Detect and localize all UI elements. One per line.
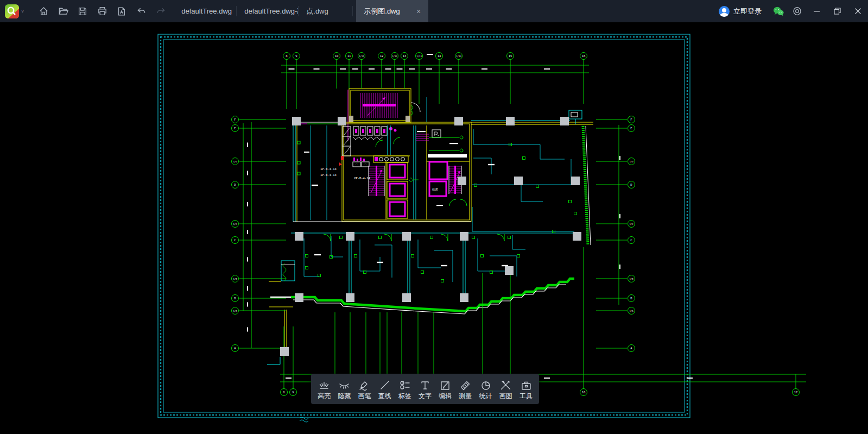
annotation-toolbar: 高亮隐藏画笔直线标签文字编辑测量统计画图工具 bbox=[311, 374, 539, 404]
login-button[interactable]: 立即登录 bbox=[719, 6, 762, 17]
svg-text:2P-B-4-14: 2P-B-4-14 bbox=[354, 177, 370, 180]
home-icon bbox=[39, 6, 49, 16]
tool-label[interactable]: 标签 bbox=[395, 375, 415, 402]
measure-icon bbox=[459, 379, 471, 391]
svg-text:1P-B-4-14: 1P-B-4-14 bbox=[320, 173, 337, 177]
minimize-icon bbox=[813, 8, 820, 15]
label-icon bbox=[399, 379, 411, 391]
tool-label: 文字 bbox=[419, 393, 432, 399]
svg-text:1/A: 1/A bbox=[629, 310, 633, 312]
svg-text:9: 9 bbox=[295, 54, 297, 58]
tool-stats[interactable]: 统计 bbox=[476, 375, 496, 402]
tool-draw[interactable]: 画图 bbox=[496, 375, 516, 402]
tab-label: defaultTree.dwg-副本 bbox=[244, 7, 299, 16]
tab-1[interactable]: defaultTree.dwg bbox=[174, 0, 237, 22]
export-pdf-icon bbox=[117, 7, 126, 16]
tool-label: 直线 bbox=[378, 393, 391, 399]
svg-text:13: 13 bbox=[403, 54, 407, 58]
edit-icon bbox=[439, 379, 451, 391]
tab-2[interactable]: defaultTree.dwg-副本 bbox=[237, 0, 299, 22]
svg-text:12: 12 bbox=[380, 54, 384, 58]
tool-label: 工具 bbox=[519, 393, 533, 399]
highlight-icon bbox=[318, 379, 330, 391]
tool-text[interactable]: 文字 bbox=[415, 375, 435, 402]
redo-icon bbox=[156, 6, 166, 16]
home-button[interactable] bbox=[35, 3, 52, 20]
open-file-button[interactable] bbox=[55, 3, 71, 20]
folder-open-icon bbox=[58, 6, 68, 16]
undo-button[interactable] bbox=[133, 3, 149, 20]
svg-text:1/B: 1/B bbox=[233, 278, 237, 280]
svg-text:F: F bbox=[234, 118, 236, 121]
printer-icon bbox=[97, 6, 107, 16]
svg-text:1/D: 1/D bbox=[629, 160, 633, 163]
svg-text:C: C bbox=[630, 238, 632, 242]
tool-hide[interactable]: 隐藏 bbox=[334, 375, 354, 402]
svg-text:15: 15 bbox=[509, 54, 512, 58]
svg-text:A: A bbox=[630, 347, 632, 350]
tab-label: 点.dwg bbox=[306, 7, 328, 16]
tab-3[interactable]: 点.dwg bbox=[299, 0, 353, 22]
svg-text:8: 8 bbox=[286, 54, 287, 58]
save-button[interactable] bbox=[74, 3, 91, 20]
app-logo-icon bbox=[5, 4, 19, 18]
svg-text:D: D bbox=[234, 183, 236, 186]
svg-text:17: 17 bbox=[794, 391, 798, 394]
svg-text:8: 8 bbox=[283, 391, 284, 394]
tab-close-icon[interactable]: × bbox=[416, 7, 421, 16]
tool-measure[interactable]: 测量 bbox=[455, 375, 475, 402]
svg-text:B: B bbox=[234, 297, 236, 300]
restore-button[interactable] bbox=[827, 0, 847, 22]
tab-strip: defaultTree.dwgdefaultTree.dwg-副本点.dwg示例… bbox=[174, 0, 428, 22]
export-pdf-button[interactable] bbox=[113, 3, 130, 20]
hide-icon bbox=[338, 379, 350, 391]
svg-text:1/12: 1/12 bbox=[392, 55, 397, 58]
tab-label: defaultTree.dwg bbox=[181, 7, 232, 15]
svg-text:1/11: 1/11 bbox=[359, 55, 364, 58]
tab-4[interactable]: 示例图.dwg× bbox=[356, 0, 428, 22]
tool-label: 隐藏 bbox=[338, 393, 351, 399]
wechat-button[interactable] bbox=[769, 0, 788, 22]
svg-text:16: 16 bbox=[582, 54, 586, 58]
tool-highlight[interactable]: 高亮 bbox=[314, 375, 334, 402]
svg-text:E: E bbox=[630, 127, 632, 130]
wechat-icon bbox=[772, 6, 784, 17]
svg-text:1P-B-4-14: 1P-B-4-14 bbox=[320, 167, 337, 171]
axis-grid: 8910111/11121/12131/13141/14151689101/10… bbox=[232, 53, 807, 396]
svg-text:10: 10 bbox=[335, 54, 339, 58]
cad-canvas[interactable]: 8910111/11121/12131/13141/14151689101/10… bbox=[0, 22, 868, 434]
redo-button[interactable] bbox=[153, 3, 169, 20]
svg-text:D: D bbox=[630, 183, 632, 186]
svg-text:E: E bbox=[234, 127, 236, 130]
tab-label: 示例图.dwg bbox=[364, 7, 400, 16]
pen-icon bbox=[358, 379, 370, 391]
stats-icon bbox=[480, 379, 492, 391]
app-menu[interactable]: ˅ bbox=[0, 4, 29, 18]
print-button[interactable] bbox=[94, 3, 110, 20]
tool-label: 标签 bbox=[398, 393, 411, 399]
tool-label: 统计 bbox=[479, 393, 492, 399]
tool-label: 编辑 bbox=[439, 393, 452, 399]
tool-pen[interactable]: 画笔 bbox=[354, 375, 374, 402]
text-icon bbox=[419, 379, 431, 391]
title-bar: ˅ defaultTree.dwgdefau bbox=[0, 0, 868, 22]
login-label: 立即登录 bbox=[733, 7, 762, 16]
svg-text:11: 11 bbox=[347, 54, 351, 58]
minimize-button[interactable] bbox=[806, 0, 827, 22]
tool-edit[interactable]: 编辑 bbox=[435, 375, 455, 402]
tool-line[interactable]: 直线 bbox=[375, 375, 395, 402]
svg-text:1/13: 1/13 bbox=[416, 55, 422, 58]
save-icon bbox=[78, 7, 87, 16]
settings-button[interactable] bbox=[788, 0, 806, 22]
gear-icon bbox=[792, 6, 802, 16]
chevron-down-icon: ˅ bbox=[21, 9, 24, 14]
line-icon bbox=[379, 379, 391, 391]
tools-icon bbox=[520, 379, 532, 391]
svg-text:1/B: 1/B bbox=[629, 278, 633, 280]
svg-text:9: 9 bbox=[292, 391, 294, 394]
tool-tools[interactable]: 工具 bbox=[516, 375, 536, 402]
close-button[interactable] bbox=[847, 0, 868, 22]
svg-text:1/14: 1/14 bbox=[456, 55, 461, 58]
svg-text:A: A bbox=[234, 347, 236, 350]
draw-icon bbox=[500, 379, 512, 391]
